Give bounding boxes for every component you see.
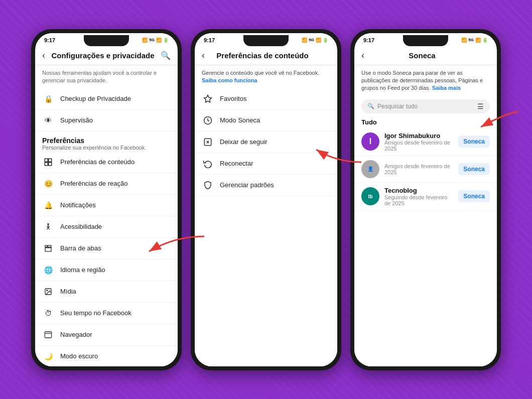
menu-gerenciar-padroes[interactable]: Gerenciar padrões — [195, 175, 337, 196]
snooze-button-1[interactable]: Soneca — [458, 136, 490, 148]
svg-rect-8 — [45, 245, 47, 247]
friend-item-1[interactable]: I Igor Shimabukuro Amigos desde fevereir… — [354, 128, 497, 156]
menu-notificacoes[interactable]: 🔔 Notificações — [35, 195, 178, 216]
section-title-1: Preferências — [42, 137, 171, 145]
browser-icon — [42, 329, 54, 341]
saiba-mais-link[interactable]: Saiba mais — [432, 85, 461, 91]
lock-icon: 🔒 — [42, 93, 54, 105]
friend-info-1: Igor Shimabukuro Amigos desde fevereiro … — [384, 132, 453, 152]
menu-supervisao[interactable]: 👁 Supervisão — [35, 110, 178, 131]
notch-1 — [84, 35, 129, 46]
section-subtitle-1: Personalize sua experiência no Facebook. — [42, 145, 171, 151]
nav-header-2: ‹ Preferências de conteúdo — [195, 45, 337, 65]
screen-content-1: Nossas ferramentas ajudam você a control… — [35, 65, 178, 366]
time-1: 9:17 — [44, 37, 55, 43]
menu-modo-escuro[interactable]: 🌙 Modo escuro — [35, 346, 178, 366]
menu-barra-abas-label: Barra de abas — [60, 244, 101, 252]
screen-content-2: Gerencie o conteúdo que você vê no Faceb… — [195, 65, 337, 366]
menu-navegador-label: Navegador — [60, 331, 92, 339]
menu-modo-escuro-label: Modo escuro — [60, 352, 98, 360]
avatar-1: I — [361, 132, 379, 151]
screen-1: 9:17 📶 5G 📶 🔋 ‹ Configurações e privacid… — [35, 33, 178, 366]
content-icon — [42, 156, 54, 168]
friend-info-2: Amigos desde fevereiro de 2025 — [384, 163, 453, 175]
back-button-3[interactable]: ‹ — [361, 50, 364, 61]
menu-idioma[interactable]: 🌐 Idioma e região — [35, 259, 178, 281]
menu-pref-reacao-label: Preferências de reação — [60, 180, 127, 188]
globe-icon: 🌐 — [42, 264, 54, 276]
menu-favoritos[interactable]: Favoritos — [195, 88, 337, 110]
menu-midia[interactable]: Mídia — [35, 281, 178, 303]
svg-rect-3 — [49, 163, 52, 166]
moon-icon: 🌙 — [42, 350, 54, 362]
svg-rect-1 — [49, 159, 52, 162]
filter-icon[interactable]: ☰ — [477, 102, 484, 110]
phone-3: 9:17 📶 5G 📶 🔋 ‹ Soneca Use o modo Soneca… — [350, 29, 501, 370]
search-bar[interactable]: 🔍 Pesquisar tudo ☰ — [361, 99, 490, 113]
snooze-button-3[interactable]: Soneca — [458, 190, 490, 202]
time-3: 9:17 — [363, 37, 374, 43]
star-icon — [202, 93, 214, 105]
menu-deixar-seguir[interactable]: Deixar de seguir — [195, 131, 337, 153]
menu-reconectar[interactable]: Reconectar — [195, 153, 337, 175]
menu-idioma-label: Idioma e região — [60, 266, 105, 274]
status-icons-3: 📶 5G 📶 🔋 — [461, 38, 488, 43]
status-icons-2: 📶 5G 📶 🔋 — [302, 38, 328, 43]
menu-pref-conteudo-label: Preferências de conteúdo — [60, 158, 135, 166]
friend-item-2[interactable]: 👤 Amigos desde fevereiro de 2025 Soneca — [354, 156, 497, 183]
svg-point-4 — [48, 224, 49, 225]
manage-desc: Gerencie o conteúdo que você vê no Faceb… — [195, 65, 337, 89]
time-2: 9:17 — [204, 37, 215, 43]
saiba-link[interactable]: Saiba como funciona — [202, 77, 257, 83]
phone-frame-3: 9:17 📶 5G 📶 🔋 ‹ Soneca Use o modo Soneca… — [350, 29, 501, 370]
friend-sub-2: Amigos desde fevereiro de 2025 — [384, 163, 453, 175]
menu-tempo[interactable]: ⏱ Seu tempo no Facebook — [35, 303, 178, 324]
svg-rect-10 — [45, 248, 51, 251]
status-icons-1: 📶 5G 📶 🔋 — [142, 38, 169, 43]
reaction-icon: 😊 — [42, 178, 54, 190]
shield-icon — [202, 179, 214, 191]
back-button-1[interactable]: ‹ — [42, 50, 45, 61]
menu-barra-abas[interactable]: Barra de abas — [35, 238, 178, 259]
friend-name-3: Tecnoblog — [384, 187, 453, 194]
menu-gerenciar-padroes-label: Gerenciar padrões — [220, 181, 274, 189]
svg-rect-13 — [45, 332, 51, 338]
notch-2 — [243, 35, 289, 46]
svg-line-7 — [48, 228, 50, 230]
menu-modo-soneca[interactable]: Modo Soneca — [195, 110, 337, 131]
reconnect-icon — [202, 158, 214, 170]
snooze-button-2[interactable]: Soneca — [458, 163, 490, 175]
avatar-2: 👤 — [361, 160, 379, 178]
menu-pref-conteudo[interactable]: Preferências de conteúdo — [35, 152, 178, 173]
bell-icon: 🔔 — [42, 199, 54, 211]
svg-rect-9 — [48, 245, 51, 247]
phone-frame-2: 9:17 📶 5G 📶 🔋 ‹ Preferências de conteúdo… — [191, 29, 341, 370]
search-button-1[interactable]: 🔍 — [161, 51, 171, 60]
menu-modo-soneca-label: Modo Soneca — [220, 116, 260, 124]
menu-tempo-label: Seu tempo no Facebook — [60, 309, 131, 317]
svg-rect-2 — [45, 163, 48, 166]
menu-acessibilidade-label: Acessibilidade — [60, 223, 102, 231]
soneca-description: Use o modo Soneca para parar de ver as p… — [354, 65, 497, 96]
notch-3 — [403, 35, 448, 46]
menu-checkup[interactable]: 🔒 Checkup de Privacidade — [35, 88, 178, 110]
subtitle-1: Nossas ferramentas ajudam você a control… — [35, 65, 178, 89]
menu-acessibilidade[interactable]: Acessibilidade — [35, 216, 178, 238]
back-button-2[interactable]: ‹ — [202, 50, 205, 61]
search-icon: 🔍 — [367, 103, 374, 109]
snooze-clock-icon — [202, 114, 214, 126]
screen-content-3: Use o modo Soneca para parar de ver as p… — [354, 65, 497, 366]
search-placeholder: Pesquisar tudo — [377, 103, 418, 110]
friend-item-3[interactable]: tb Tecnoblog Seguindo desde fevereiro de… — [354, 183, 497, 211]
screen-title-3: Soneca — [409, 51, 435, 60]
access-icon — [42, 221, 54, 233]
screen-3: 9:17 📶 5G 📶 🔋 ‹ Soneca Use o modo Soneca… — [354, 33, 497, 366]
friend-name-1: Igor Shimabukuro — [384, 132, 453, 140]
avatar-3: tb — [361, 187, 379, 205]
menu-reconectar-label: Reconectar — [220, 160, 253, 168]
section-preferencias: Preferências Personalize sua experiência… — [35, 131, 178, 152]
screen-title-2: Preferências de conteúdo — [216, 51, 308, 60]
menu-navegador[interactable]: Navegador — [35, 324, 178, 346]
svg-rect-0 — [45, 159, 48, 162]
menu-pref-reacao[interactable]: 😊 Preferências de reação — [35, 173, 178, 195]
